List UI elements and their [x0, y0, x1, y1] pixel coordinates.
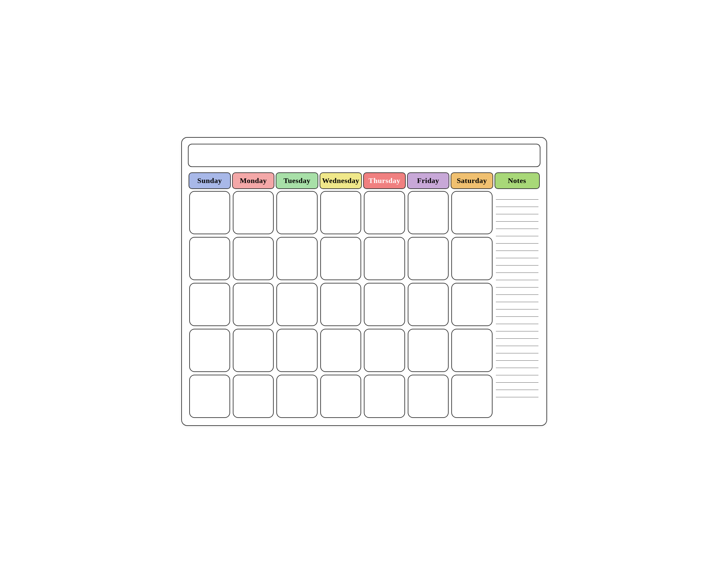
notes-line[interactable]	[496, 317, 538, 324]
cell-r5-mon[interactable]	[233, 375, 274, 418]
notes-line[interactable]	[496, 390, 538, 397]
notes-lines-area[interactable]	[494, 190, 540, 419]
notes-line[interactable]	[496, 302, 538, 310]
notes-line[interactable]	[496, 258, 538, 265]
notes-line[interactable]	[496, 229, 538, 236]
notes-line[interactable]	[496, 236, 538, 243]
cell-r4-sat[interactable]	[451, 329, 492, 372]
cell-r3-mon[interactable]	[233, 283, 274, 326]
header-wednesday: Wednesday	[320, 172, 362, 189]
header-saturday: Saturday	[451, 172, 493, 189]
notes-line[interactable]	[496, 383, 538, 390]
notes-line[interactable]	[496, 310, 538, 317]
header-sunday: Sunday	[189, 172, 231, 189]
cell-r3-sat[interactable]	[451, 283, 492, 326]
cell-r4-mon[interactable]	[233, 329, 274, 372]
notes-line[interactable]	[496, 200, 538, 207]
cell-r2-sun[interactable]	[189, 237, 230, 280]
calendar-wrapper: Sunday Monday Tuesday Wednesday Thursday…	[181, 137, 547, 426]
notes-line[interactable]	[496, 214, 538, 221]
notes-line[interactable]	[496, 361, 538, 368]
header-notes: Notes	[495, 172, 540, 189]
cell-r1-tue[interactable]	[276, 191, 317, 234]
cell-r2-sat[interactable]	[451, 237, 492, 280]
header-tuesday: Tuesday	[276, 172, 318, 189]
notes-line[interactable]	[496, 332, 538, 339]
cell-r4-fri[interactable]	[408, 329, 449, 372]
notes-line[interactable]	[496, 280, 538, 288]
cell-r1-thu[interactable]	[364, 191, 405, 234]
cell-r1-mon[interactable]	[233, 191, 274, 234]
cell-r2-tue[interactable]	[276, 237, 317, 280]
cell-r4-tue[interactable]	[276, 329, 317, 372]
cell-r5-tue[interactable]	[276, 375, 317, 418]
cell-r2-thu[interactable]	[364, 237, 405, 280]
cell-r2-mon[interactable]	[233, 237, 274, 280]
cell-r2-fri[interactable]	[408, 237, 449, 280]
cell-r2-wed[interactable]	[320, 237, 361, 280]
notes-line[interactable]	[496, 221, 538, 229]
header-thursday: Thursday	[363, 172, 405, 189]
title-bar[interactable]	[188, 144, 540, 167]
notes-line[interactable]	[496, 295, 538, 302]
cell-r5-fri[interactable]	[408, 375, 449, 418]
notes-line[interactable]	[496, 265, 538, 273]
calendar-grid: Sunday Monday Tuesday Wednesday Thursday…	[188, 172, 540, 419]
cell-r3-sun[interactable]	[189, 283, 230, 326]
cell-r5-sun[interactable]	[189, 375, 230, 418]
notes-line[interactable]	[496, 243, 538, 251]
notes-line[interactable]	[496, 368, 538, 375]
cell-r1-sun[interactable]	[189, 191, 230, 234]
notes-line[interactable]	[496, 192, 538, 200]
cell-r3-thu[interactable]	[364, 283, 405, 326]
notes-line[interactable]	[496, 251, 538, 258]
cell-r4-wed[interactable]	[320, 329, 361, 372]
notes-line[interactable]	[496, 339, 538, 346]
cell-r1-fri[interactable]	[408, 191, 449, 234]
cell-r3-wed[interactable]	[320, 283, 361, 326]
notes-line[interactable]	[496, 273, 538, 280]
cell-r5-thu[interactable]	[364, 375, 405, 418]
cell-r5-sat[interactable]	[451, 375, 492, 418]
notes-line[interactable]	[496, 375, 538, 383]
header-monday: Monday	[232, 172, 274, 189]
cell-r4-thu[interactable]	[364, 329, 405, 372]
notes-line[interactable]	[496, 346, 538, 353]
notes-line[interactable]	[496, 207, 538, 214]
cell-r4-sun[interactable]	[189, 329, 230, 372]
header-friday: Friday	[407, 172, 449, 189]
notes-line[interactable]	[496, 288, 538, 295]
cell-r1-wed[interactable]	[320, 191, 361, 234]
cell-r1-sat[interactable]	[451, 191, 492, 234]
notes-line[interactable]	[496, 324, 538, 332]
cell-r3-tue[interactable]	[276, 283, 317, 326]
cell-r3-fri[interactable]	[408, 283, 449, 326]
cell-r5-wed[interactable]	[320, 375, 361, 418]
notes-line[interactable]	[496, 353, 538, 361]
